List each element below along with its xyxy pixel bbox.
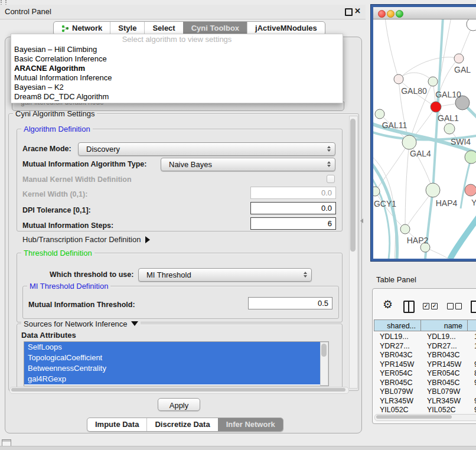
algorithm-option[interactable]: Mutual Information Inference bbox=[11, 73, 343, 83]
sources-title[interactable]: Sources for Network Inference bbox=[21, 319, 141, 328]
network-icon bbox=[61, 25, 69, 32]
list-item[interactable]: TopologicalCoefficient bbox=[24, 353, 328, 363]
settings-horizontal-scrollbar[interactable] bbox=[9, 387, 349, 394]
hub-definition-expander[interactable]: Hub/Transcription Factor Definition bbox=[22, 235, 150, 244]
close-traffic-light[interactable] bbox=[378, 10, 386, 18]
node-label: GAL10 bbox=[435, 90, 461, 99]
tab-style[interactable]: Style bbox=[110, 22, 144, 35]
node-gal1[interactable] bbox=[431, 102, 441, 112]
network-canvas[interactable]: GAL GAL80 GAL10 GAL1 GAL11 SWI4 GAL4 GCY… bbox=[373, 19, 476, 259]
tab-discretize-data[interactable]: Discretize Data bbox=[146, 418, 217, 431]
clear-all-checks-icon[interactable] bbox=[455, 303, 462, 309]
table-panel-title: Table Panel bbox=[376, 275, 416, 284]
mi-threshold-definition-title: MI Threshold Definition bbox=[27, 282, 110, 291]
clear-all-checks-icon[interactable] bbox=[447, 303, 454, 309]
network-window-titlebar[interactable] bbox=[373, 7, 476, 19]
gear-icon[interactable]: ⚙ bbox=[383, 298, 393, 311]
node[interactable] bbox=[465, 151, 476, 164]
tab-impute-data[interactable]: Impute Data bbox=[87, 418, 146, 431]
table-row[interactable]: YBR045C YBR045C 9. bbox=[374, 379, 476, 388]
table-row[interactable]: YDL19... YDL19... 13 bbox=[374, 332, 476, 342]
node[interactable] bbox=[467, 19, 476, 31]
table-row[interactable]: YBR043C YBR043C bbox=[374, 351, 476, 360]
which-threshold-combo[interactable]: MI Threshold bbox=[138, 268, 312, 282]
control-panel-title: Control Panel bbox=[5, 7, 51, 16]
node-gal10[interactable] bbox=[428, 77, 438, 86]
tab-network[interactable]: Network bbox=[54, 22, 110, 35]
combo-arrows-icon bbox=[304, 272, 307, 278]
combo-arrows-icon bbox=[327, 146, 331, 152]
data-attributes-list[interactable]: SelfLoops TopologicalCoefficient Between… bbox=[24, 341, 329, 386]
column-header-name[interactable]: name bbox=[420, 319, 468, 331]
table-panel: ⚙ ✓ ✓ shared... name YDL19... YDL19... 1… bbox=[372, 288, 476, 424]
node-label: GAL bbox=[454, 65, 471, 74]
tab-jactivemnodules[interactable]: jActiveMNodules bbox=[247, 22, 325, 35]
table-row[interactable]: YPR145W YPR145W 9. bbox=[374, 360, 476, 370]
tab-select[interactable]: Select bbox=[144, 22, 182, 35]
kernel-width-label: Kernel Width (0,1): bbox=[22, 190, 87, 198]
minimize-traffic-light[interactable] bbox=[387, 10, 395, 18]
table-row[interactable]: YIL052C YIL052C 9 bbox=[374, 406, 476, 413]
settings-vertical-scrollbar[interactable] bbox=[349, 116, 358, 389]
list-item[interactable]: BetweennessCentrality bbox=[24, 363, 328, 374]
aracne-mode-combo[interactable]: Discovery bbox=[78, 142, 335, 156]
apply-button[interactable]: Apply bbox=[158, 398, 200, 411]
algorithm-option[interactable]: Bayesian – Hill Climbing bbox=[11, 45, 343, 54]
node-gcy1[interactable] bbox=[373, 187, 380, 196]
node[interactable] bbox=[454, 54, 464, 63]
node-hap4[interactable] bbox=[426, 183, 440, 197]
tab-infer-network[interactable]: Infer Network bbox=[218, 418, 283, 431]
splitter-handle[interactable] bbox=[360, 219, 363, 223]
list-item[interactable]: SelfLoops bbox=[24, 342, 328, 353]
float-window-icon[interactable] bbox=[345, 8, 353, 16]
select-all-checks-icon[interactable]: ✓ bbox=[431, 303, 438, 309]
node-gal80[interactable] bbox=[394, 74, 403, 84]
mi-steps-label: Mutual Information Steps: bbox=[22, 221, 113, 230]
dpi-tolerance-field[interactable]: 0.0 bbox=[250, 202, 336, 214]
list-item[interactable]: gal4RGexp bbox=[24, 374, 328, 384]
node-label: GCY1 bbox=[374, 199, 396, 208]
node-gal4[interactable] bbox=[402, 135, 416, 149]
network-node-labels: GAL GAL80 GAL10 GAL1 GAL11 SWI4 GAL4 GCY… bbox=[374, 65, 476, 245]
node[interactable] bbox=[465, 184, 476, 196]
algorithm-option-highlighted[interactable]: ARACNE Algorithm bbox=[11, 64, 343, 73]
attributes-list-scrollbar[interactable] bbox=[320, 342, 328, 386]
close-icon[interactable]: ✕ bbox=[354, 6, 361, 15]
table-row[interactable]: YER054C YER054C 8. bbox=[374, 369, 476, 379]
mi-algorithm-type-combo[interactable]: Naive Bayes bbox=[161, 158, 335, 171]
mi-threshold-field[interactable]: 0.5 bbox=[248, 297, 332, 309]
algorithm-option[interactable]: Basic Correlation Inference bbox=[11, 54, 343, 64]
mi-steps-field[interactable]: 6 bbox=[250, 217, 336, 230]
kernel-width-field[interactable]: 0.0 bbox=[250, 187, 336, 199]
table-row[interactable]: YLR345W YLR345W 9. bbox=[374, 397, 476, 406]
column-header-shared[interactable]: shared... bbox=[374, 319, 421, 331]
table-row[interactable]: YBL079W YBL079W bbox=[374, 387, 476, 397]
algorithm-definition-title: Algorithm Definition bbox=[21, 125, 93, 133]
column-layout-icon[interactable] bbox=[403, 301, 415, 313]
which-threshold-label: Which threshold to use: bbox=[50, 270, 133, 279]
algorithm-option[interactable]: Bayesian – K2 bbox=[11, 83, 343, 92]
collapse-down-icon bbox=[131, 321, 138, 326]
network-graph: GAL GAL80 GAL10 GAL1 GAL11 SWI4 GAL4 GCY… bbox=[373, 19, 476, 259]
network-view-window[interactable]: GAL GAL80 GAL10 GAL1 GAL11 SWI4 GAL4 GCY… bbox=[371, 5, 476, 261]
node-label: GAL11 bbox=[382, 120, 407, 130]
manual-kernel-width-checkbox[interactable] bbox=[327, 175, 335, 183]
select-all-checks-icon[interactable]: ✓ bbox=[423, 303, 429, 309]
new-table-icon[interactable] bbox=[471, 301, 476, 313]
aracne-mode-label: Aracne Mode: bbox=[22, 145, 71, 153]
node-label: GAL4 bbox=[410, 149, 431, 158]
node-gal11[interactable] bbox=[375, 109, 384, 119]
node-label: GAL1 bbox=[438, 113, 459, 123]
expand-right-icon bbox=[145, 236, 150, 243]
node-hap2[interactable] bbox=[400, 224, 410, 234]
mi-threshold-label: Mutual Information Threshold: bbox=[28, 301, 135, 309]
algorithm-option[interactable]: Dream8 DC_TDC Algorithm bbox=[11, 92, 343, 102]
table-horizontal-scrollbar[interactable] bbox=[374, 414, 476, 421]
tab-network-label: Network bbox=[72, 22, 102, 35]
dpi-tolerance-label: DPI Tolerance [0,1]: bbox=[22, 206, 91, 214]
column-header-clipped[interactable] bbox=[467, 319, 476, 331]
table-row[interactable]: YDR27... YDR27... 12 bbox=[374, 342, 476, 351]
tab-cyni-toolbox[interactable]: Cyni Toolbox bbox=[183, 22, 247, 35]
zoom-traffic-light[interactable] bbox=[396, 10, 403, 18]
node-swi4[interactable] bbox=[444, 123, 455, 134]
